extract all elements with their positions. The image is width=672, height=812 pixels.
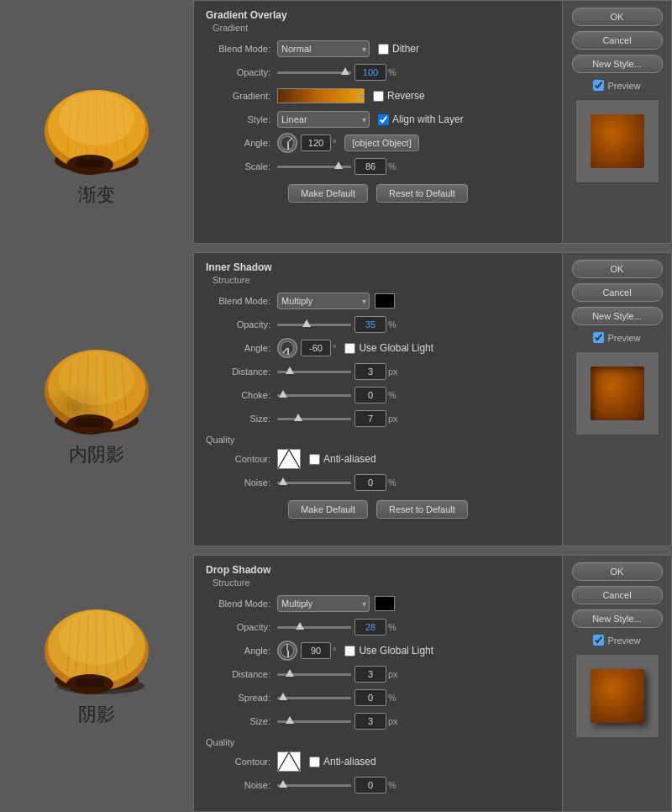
opacity-input-2[interactable] bbox=[354, 316, 386, 333]
use-global-light-checkbox-3[interactable] bbox=[344, 646, 355, 656]
distance-slider-3[interactable] bbox=[277, 668, 351, 680]
cancel-button-1[interactable]: Cancel bbox=[572, 31, 663, 50]
svg-rect-26 bbox=[76, 419, 104, 427]
blend-color-swatch-2[interactable] bbox=[375, 293, 395, 308]
choke-slider[interactable] bbox=[277, 389, 351, 401]
new-style-button-3[interactable]: New Style... bbox=[572, 609, 663, 628]
panel3-subtitle: Structure bbox=[206, 577, 550, 588]
opacity-label-3: Opacity: bbox=[206, 622, 277, 632]
angle-dial-2[interactable] bbox=[277, 338, 297, 358]
opacity-slider-3[interactable] bbox=[277, 621, 351, 633]
preview-checkbox-1[interactable] bbox=[593, 80, 604, 91]
ok-button-3[interactable]: OK bbox=[572, 562, 663, 581]
opacity-slider-1[interactable] bbox=[277, 66, 351, 78]
preview-thumb-3 bbox=[575, 654, 659, 738]
new-style-button-1[interactable]: New Style... bbox=[572, 55, 663, 73]
blend-mode-select[interactable]: Normal Multiply Screen bbox=[277, 40, 370, 57]
svg-rect-45 bbox=[278, 450, 300, 468]
choke-unit: % bbox=[388, 390, 396, 400]
blend-mode-select-3[interactable]: Multiply Normal Screen bbox=[277, 595, 370, 612]
scale-slider[interactable] bbox=[277, 161, 351, 172]
opacity-unit-2: % bbox=[388, 319, 396, 330]
make-default-button-1[interactable]: Make Default bbox=[288, 184, 368, 203]
size-input-2[interactable] bbox=[354, 410, 386, 427]
use-global-light-checkbox-2[interactable] bbox=[344, 343, 355, 354]
angle-label-3: Angle: bbox=[206, 646, 277, 656]
noise-row-3: Noise: % bbox=[206, 776, 550, 794]
distance-label-2: Distance: bbox=[206, 366, 277, 377]
angle-unit-1: ° bbox=[333, 138, 336, 148]
quality-header-2: Quality bbox=[206, 435, 550, 445]
scale-input[interactable] bbox=[354, 158, 386, 175]
size-slider-2[interactable] bbox=[277, 413, 351, 424]
noise-slider-2[interactable] bbox=[277, 477, 351, 488]
distance-input-3[interactable] bbox=[354, 666, 386, 683]
panel-inner-shadow: Inner Shadow Structure Blend Mode: Multi… bbox=[193, 252, 672, 546]
angle-input-1[interactable] bbox=[301, 134, 331, 151]
anti-aliased-checkbox-3[interactable] bbox=[309, 757, 320, 767]
gradient-swatch[interactable] bbox=[277, 88, 365, 103]
ok-button-1[interactable]: OK bbox=[572, 8, 663, 26]
opacity-slider-2[interactable] bbox=[277, 319, 351, 330]
style-select-wrapper[interactable]: Linear Radial Angle bbox=[277, 111, 370, 128]
angle-dial-3[interactable] bbox=[277, 641, 297, 661]
distance-slider-2[interactable] bbox=[277, 366, 351, 377]
reset-to-default-button-2[interactable]: Reset to Default bbox=[376, 500, 468, 519]
spread-slider[interactable] bbox=[277, 692, 351, 704]
distance-unit-2: px bbox=[388, 366, 398, 377]
opacity-label-2: Opacity: bbox=[206, 319, 277, 330]
opacity-input-3[interactable] bbox=[354, 619, 386, 635]
contour-select-3[interactable] bbox=[277, 751, 301, 772]
inner-shadow-dialog: Inner Shadow Structure Blend Mode: Multi… bbox=[193, 252, 563, 546]
preview-label-3: Preview bbox=[607, 635, 640, 646]
distance-input-2[interactable] bbox=[354, 363, 386, 380]
new-style-button-2[interactable]: New Style... bbox=[572, 307, 663, 325]
make-default-button-2[interactable]: Make Default bbox=[288, 500, 368, 519]
preview-inner-2 bbox=[591, 366, 644, 420]
spread-input[interactable] bbox=[354, 689, 386, 706]
opacity-unit-3: % bbox=[388, 622, 396, 632]
blend-color-swatch-3[interactable] bbox=[375, 596, 395, 611]
choke-input[interactable] bbox=[354, 387, 386, 403]
preview-thumb-2 bbox=[575, 351, 659, 435]
size-label-2: Size: bbox=[206, 414, 277, 424]
dither-checkbox[interactable] bbox=[378, 44, 389, 55]
gradient-select-wrapper[interactable]: ▾ bbox=[277, 88, 365, 103]
contour-select-2[interactable] bbox=[277, 449, 301, 469]
contour-label-2: Contour: bbox=[206, 454, 277, 464]
align-layer-checkbox[interactable] bbox=[378, 114, 389, 125]
angle-input-3[interactable] bbox=[301, 642, 331, 659]
blend-mode-select-wrapper[interactable]: Normal Multiply Screen bbox=[277, 40, 370, 57]
svg-rect-48 bbox=[278, 752, 300, 771]
opacity-input-1[interactable] bbox=[354, 64, 386, 81]
align-layer-label: Align with Layer bbox=[392, 113, 464, 125]
reset-to-default-button-1[interactable]: Reset to Default bbox=[376, 184, 468, 203]
spread-unit: % bbox=[388, 693, 396, 703]
cancel-button-3[interactable]: Cancel bbox=[572, 586, 663, 604]
size-input-3[interactable] bbox=[354, 713, 386, 730]
opacity-unit-1: % bbox=[388, 67, 396, 77]
noise-input-3[interactable] bbox=[354, 777, 386, 794]
preview-checkbox-3[interactable] bbox=[593, 635, 604, 646]
reverse-checkbox[interactable] bbox=[373, 91, 384, 102]
blend-mode-select-2[interactable]: Multiply Normal Screen bbox=[277, 293, 370, 309]
panel2-subtitle: Structure bbox=[206, 275, 550, 285]
noise-row-2: Noise: % bbox=[206, 473, 550, 492]
style-select[interactable]: Linear Radial Angle bbox=[277, 111, 370, 128]
noise-slider-3[interactable] bbox=[277, 779, 351, 791]
blend-mode-row: Blend Mode: Normal Multiply Screen Dithe… bbox=[206, 40, 550, 58]
scale-unit: % bbox=[388, 161, 396, 171]
ok-button-2[interactable]: OK bbox=[572, 260, 663, 278]
blend-mode-select-wrapper-2[interactable]: Multiply Normal Screen bbox=[277, 293, 370, 309]
cancel-button-2[interactable]: Cancel bbox=[572, 283, 663, 302]
angle-dial-1[interactable] bbox=[277, 133, 297, 153]
reset-alignment-button[interactable]: [object Object] bbox=[344, 134, 418, 151]
size-row-3: Size: px bbox=[206, 712, 550, 730]
size-slider-3[interactable] bbox=[277, 715, 351, 727]
angle-input-2[interactable] bbox=[301, 340, 331, 356]
anti-aliased-checkbox-2[interactable] bbox=[309, 454, 320, 465]
angle-label-1: Angle: bbox=[206, 138, 277, 148]
preview-checkbox-2[interactable] bbox=[593, 332, 604, 343]
noise-input-2[interactable] bbox=[354, 474, 386, 491]
blend-mode-select-wrapper-3[interactable]: Multiply Normal Screen bbox=[277, 595, 370, 612]
